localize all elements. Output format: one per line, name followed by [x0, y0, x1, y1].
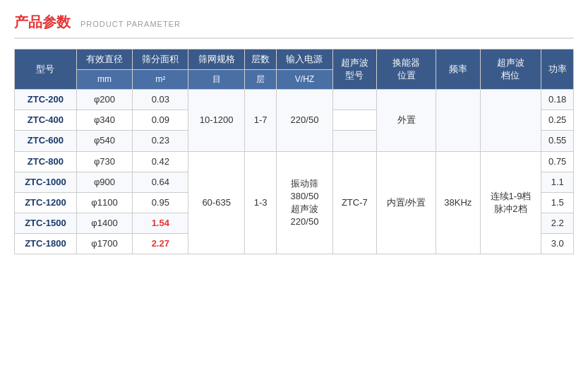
td-power-input: 振动筛 380/50 超声波 220/50	[277, 151, 332, 254]
td-model: ZTC-600	[15, 131, 77, 151]
td-area: 0.03	[133, 89, 188, 110]
td-area: 0.42	[133, 151, 188, 172]
td-diameter: φ900	[76, 172, 132, 192]
th-transducer: 换能器位置	[377, 49, 436, 90]
th-mesh: 筛网规格	[188, 49, 244, 70]
th-power: 功率	[541, 49, 574, 90]
td-freq	[436, 89, 480, 151]
td-power: 0.25	[541, 110, 574, 131]
td-area: 0.09	[133, 110, 188, 131]
td-area: 0.23	[133, 131, 188, 151]
th-power-input: 输入电源	[277, 49, 332, 70]
td-diameter: φ1400	[76, 213, 132, 234]
td-area: 2.27	[133, 234, 188, 254]
td-ultrasonic-model	[332, 89, 376, 110]
table-wrap: 振泰机械 ZHENTAIJIXIE 型号 有效直径 筛分面积 筛网规格 层数 输…	[14, 49, 574, 254]
page-title-en: PRODUCT PARAMETER	[80, 20, 181, 28]
td-power: 1.5	[541, 192, 574, 213]
th-freq: 频率	[436, 49, 480, 90]
td-transducer: 内置/外置	[377, 151, 436, 254]
td-mesh: 10-1200	[188, 89, 244, 151]
td-diameter: φ540	[76, 131, 132, 151]
params-table: 型号 有效直径 筛分面积 筛网规格 层数 输入电源 超声波型号 换能器位置 频率…	[14, 49, 574, 254]
td-power: 2.2	[541, 213, 574, 234]
th-layers-unit: 层	[244, 70, 277, 90]
td-layers: 1-3	[244, 151, 277, 254]
td-diameter: φ1100	[76, 192, 132, 213]
td-diameter: φ200	[76, 89, 132, 110]
th-ultrasonic-model: 超声波型号	[332, 49, 376, 90]
table-row: ZTC-800φ7300.4260-6351-3振动筛 380/50 超声波 2…	[15, 151, 574, 172]
td-diameter: φ730	[76, 151, 132, 172]
td-model: ZTC-800	[15, 151, 77, 172]
td-area: 1.54	[133, 213, 188, 234]
td-layers: 1-7	[244, 89, 277, 151]
th-area-unit: m²	[133, 70, 188, 90]
td-power: 1.1	[541, 172, 574, 192]
td-area: 0.95	[133, 192, 188, 213]
td-ultrasonic-model	[332, 131, 376, 151]
th-diameter: 有效直径	[76, 49, 132, 70]
td-model: ZTC-1800	[15, 234, 77, 254]
td-power: 0.18	[541, 89, 574, 110]
td-diameter: φ340	[76, 110, 132, 131]
td-gear: 连续1-9档 脉冲2档	[480, 151, 541, 254]
td-model: ZTC-1200	[15, 192, 77, 213]
td-mesh: 60-635	[188, 151, 244, 254]
td-area: 0.64	[133, 172, 188, 192]
td-power: 0.55	[541, 131, 574, 151]
page-title-cn: 产品参数	[14, 13, 71, 32]
td-model: ZTC-400	[15, 110, 77, 131]
td-model: ZTC-1500	[15, 213, 77, 234]
td-model: ZTC-200	[15, 89, 77, 110]
td-ultrasonic-model: ZTC-7	[332, 151, 376, 254]
td-ultrasonic-model	[332, 110, 376, 131]
th-mesh-unit: 目	[188, 70, 244, 90]
td-gear	[480, 89, 541, 151]
page: 产品参数 PRODUCT PARAMETER 振泰机械 ZHENTAIJIXIE…	[0, 0, 588, 390]
td-power-input: 220/50	[277, 89, 332, 151]
table-row: ZTC-200φ2000.0310-12001-7220/50外置0.18	[15, 89, 574, 110]
th-layers: 层数	[244, 49, 277, 70]
td-transducer: 外置	[377, 89, 436, 151]
page-header: 产品参数 PRODUCT PARAMETER	[14, 13, 574, 39]
th-power-input-unit: V/HZ	[277, 70, 332, 90]
td-freq: 38KHz	[436, 151, 480, 254]
th-area: 筛分面积	[133, 49, 188, 70]
th-gear: 超声波档位	[480, 49, 541, 90]
th-model: 型号	[15, 49, 77, 90]
td-power: 0.75	[541, 151, 574, 172]
td-model: ZTC-1000	[15, 172, 77, 192]
td-diameter: φ1700	[76, 234, 132, 254]
td-power: 3.0	[541, 234, 574, 254]
th-diameter-unit: mm	[76, 70, 132, 90]
